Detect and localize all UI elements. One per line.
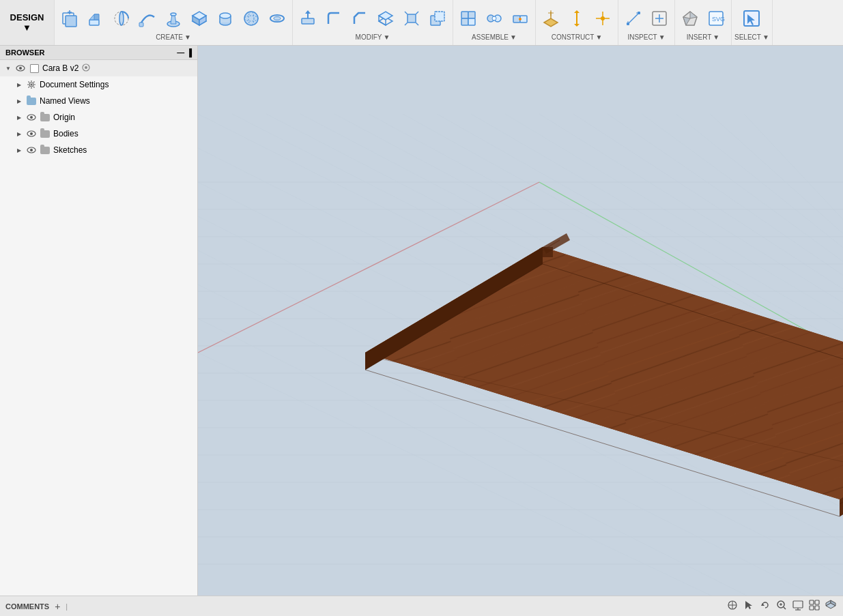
viewport[interactable] (198, 46, 843, 596)
construct-label[interactable]: CONSTRUCT ▼ (552, 33, 603, 42)
tree-item-sketches[interactable]: Sketches (0, 142, 197, 158)
joint-icon[interactable] (482, 6, 506, 31)
svg-line-35 (416, 12, 418, 14)
svg-point-90 (30, 116, 33, 119)
expand-bodies[interactable] (14, 128, 25, 139)
expand-sketches[interactable] (14, 145, 25, 156)
insert-label[interactable]: INSERT ▼ (687, 33, 719, 42)
press-pull-icon[interactable] (296, 6, 320, 31)
scale-icon[interactable] (399, 6, 424, 31)
revolve-icon[interactable] (109, 6, 134, 31)
folder-icon-origin (40, 112, 51, 123)
svg-point-22 (244, 12, 258, 25)
construct-plane-icon[interactable] (539, 6, 563, 31)
svg-point-12 (171, 13, 176, 16)
inspect-group: INSPECT ▼ (618, 0, 675, 45)
assemble-new-icon[interactable] (456, 6, 481, 31)
gear-icon-doc (26, 79, 37, 90)
status-right (726, 598, 838, 614)
modify-arrow: ▼ (383, 33, 390, 41)
svg-marker-32 (379, 12, 392, 20)
fillet-icon[interactable] (322, 6, 346, 31)
cylinder-icon[interactable] (213, 6, 238, 31)
sweep-icon[interactable] (135, 6, 160, 31)
origin-label: Origin (53, 113, 75, 122)
svg-rect-40 (461, 12, 468, 18)
construct-point-icon[interactable] (590, 6, 615, 31)
construct-arrow: ▼ (595, 33, 602, 41)
tree-item-doc-settings[interactable]: Document Settings (0, 76, 197, 93)
tree-item-origin[interactable]: Origin (0, 109, 197, 126)
cursor-settings-icon[interactable] (742, 598, 756, 614)
expand-doc-settings[interactable] (14, 79, 25, 90)
tree-item-root[interactable]: Cara B v2 (0, 60, 197, 76)
svg-point-92 (30, 132, 33, 135)
select-label[interactable]: SELECT ▼ (734, 33, 769, 42)
torus-icon[interactable] (265, 6, 289, 31)
combine-icon[interactable] (425, 6, 450, 31)
svg-marker-56 (574, 24, 580, 27)
expand-origin[interactable] (14, 112, 25, 123)
expand-named-views[interactable] (14, 96, 25, 106)
modify-label[interactable]: MODIFY ▼ (356, 33, 390, 42)
sphere-icon[interactable] (239, 6, 263, 31)
display-icon[interactable] (791, 598, 805, 614)
insert-svg-icon[interactable]: SVG (704, 6, 728, 31)
select-cursor-icon[interactable] (739, 6, 764, 31)
svg-point-8 (119, 12, 124, 25)
as-built-icon[interactable] (508, 6, 532, 31)
assemble-arrow: ▼ (510, 33, 517, 41)
svg-line-86 (33, 87, 35, 88)
add-comment-icon[interactable]: + (55, 601, 60, 612)
rotation-icon[interactable] (758, 598, 772, 614)
create-label[interactable]: CREATE ▼ (156, 33, 191, 42)
eye-origin[interactable] (26, 112, 37, 123)
design-label: DESIGN (10, 12, 44, 23)
view-cube-icon[interactable] (824, 598, 838, 614)
loft-icon[interactable] (161, 6, 186, 31)
svg-marker-158 (543, 247, 553, 257)
root-settings-icon[interactable] (81, 63, 91, 74)
inspect-arrow: ▼ (659, 33, 666, 41)
insert-mesh-icon[interactable] (678, 6, 702, 31)
svg-marker-50 (544, 18, 558, 27)
extrude-icon[interactable] (83, 6, 108, 31)
svg-rect-1 (66, 16, 76, 27)
expand-root[interactable] (3, 63, 14, 74)
svg-point-80 (31, 84, 33, 86)
svg-text:SVG: SVG (712, 16, 725, 23)
grid-settings-icon[interactable] (726, 598, 739, 614)
design-button[interactable]: DESIGN ▼ (0, 0, 55, 45)
browser-collapse-icon[interactable]: — ▐ (177, 48, 192, 57)
tree-item-named-views[interactable]: Named Views (0, 93, 197, 109)
browser-panel: BROWSER — ▐ Cara B v2 (0, 46, 198, 596)
svg-rect-9 (139, 23, 143, 27)
shell-icon[interactable] (373, 6, 398, 31)
svg-line-88 (33, 82, 35, 83)
svg-rect-41 (468, 12, 475, 18)
inspect-label[interactable]: INSPECT ▼ (627, 33, 665, 42)
zoom-icon[interactable] (775, 598, 788, 614)
new-component-icon[interactable] (57, 6, 82, 31)
construct-axis-icon[interactable] (565, 6, 589, 31)
eye-sketches[interactable] (26, 145, 37, 156)
main-area: BROWSER — ▐ Cara B v2 (0, 46, 843, 596)
folder-icon-sketches (40, 145, 51, 156)
layout-grid-icon[interactable] (808, 598, 821, 614)
box-icon-root (29, 63, 40, 74)
svg-rect-180 (810, 606, 814, 610)
measure-icon[interactable] (621, 6, 646, 31)
assemble-label[interactable]: ASSEMBLE ▼ (472, 33, 517, 42)
eye-bodies[interactable] (26, 128, 37, 139)
eye-root[interactable] (15, 63, 26, 74)
chamfer-icon[interactable] (347, 6, 372, 31)
status-left: COMMENTS + | (5, 601, 68, 612)
svg-rect-181 (815, 606, 819, 610)
construct-group: CONSTRUCT ▼ (536, 0, 618, 45)
statusbar: COMMENTS + | (0, 596, 843, 616)
svg-line-172 (784, 607, 786, 609)
tree-item-bodies[interactable]: Bodies (0, 126, 197, 142)
svg-marker-69 (690, 12, 697, 18)
box-icon[interactable] (187, 6, 212, 31)
inspect-icon[interactable] (647, 6, 672, 31)
